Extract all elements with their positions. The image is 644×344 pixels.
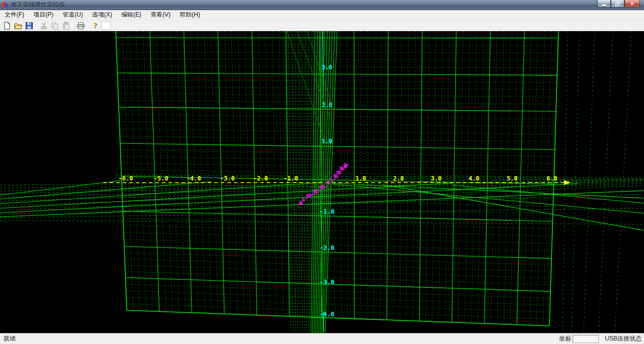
window-title: 地下管线惯性定位仪 [11,1,65,9]
help-button[interactable]: ? [90,21,101,31]
close-button[interactable]: ✕ [624,0,640,8]
save-icon [25,22,33,30]
statusbar-separator [601,335,601,343]
paste-icon [62,22,70,30]
svg-text:-6.0: -6.0 [119,175,133,182]
svg-text:1.0: 1.0 [355,175,366,182]
minimize-icon [602,5,606,6]
toolbar: ? [0,20,644,31]
status-ready-text: 就绪 [0,334,16,343]
print-icon [76,22,85,30]
toolbar-separator [36,22,37,30]
svg-text:3.0: 3.0 [321,64,333,71]
toolbar-blank-box [102,22,111,30]
new-file-icon [3,22,11,30]
toolbar-separator [73,22,73,30]
svg-text:1.0: 1.0 [321,138,333,145]
svg-text:2.0: 2.0 [321,102,333,109]
svg-text:-1.0: -1.0 [320,208,335,215]
svg-text:6.0: 6.0 [546,175,557,182]
menu-bar: 文件(F) 项目(P) 管道(U) 选项(X) 编辑(E) 查看(V) 帮助(H… [0,10,644,20]
svg-text:5.0: 5.0 [507,175,518,182]
svg-text:-3.0: -3.0 [220,175,235,182]
restore-icon [615,2,620,6]
minimize-button[interactable] [597,0,611,8]
print-button[interactable] [75,21,86,31]
status-coord-field [573,335,599,343]
statusbar-separator [555,335,555,343]
help-icon: ? [94,22,97,30]
app-icon [2,2,9,9]
open-file-button[interactable] [13,21,24,31]
svg-text:-1.0: -1.0 [284,175,298,182]
new-file-button[interactable] [2,21,13,31]
status-usb-label: USB连接状态 [603,334,643,343]
svg-text:4.0: 4.0 [468,175,479,182]
menu-item-view[interactable]: 查看(V) [146,10,175,20]
close-icon: ✕ [630,1,634,7]
status-bar: 就绪 坐标 USB连接状态 [0,333,644,344]
menu-item-project[interactable]: 项目(P) [29,10,58,20]
svg-text:2.0: 2.0 [393,175,404,182]
svg-text:-5.0: -5.0 [154,175,169,182]
restore-button[interactable] [611,0,624,8]
svg-text:-4.0: -4.0 [320,311,335,318]
svg-text:-4.0: -4.0 [187,175,201,182]
title-bar[interactable]: 地下管线惯性定位仪 ✕ [0,0,644,10]
cut-icon [40,22,48,30]
menu-item-options[interactable]: 选项(X) [88,10,117,20]
svg-text:-2.0: -2.0 [254,175,268,182]
paste-button[interactable] [60,21,71,31]
menu-item-pipeline[interactable]: 管道(U) [58,10,88,20]
3d-viewport[interactable]: -6.0-5.0-4.0-3.0-2.0-1.01.02.03.04.05.06… [0,31,644,333]
open-folder-icon [14,22,23,30]
save-button[interactable] [24,21,35,31]
svg-text:-2.0: -2.0 [320,244,335,251]
cut-button[interactable] [38,21,49,31]
menu-item-file[interactable]: 文件(F) [0,10,29,20]
copy-icon [51,22,59,30]
status-coord-label: 坐标 [557,334,573,343]
copy-button[interactable] [49,21,60,31]
menu-item-edit[interactable]: 编辑(E) [117,10,146,20]
svg-text:3.0: 3.0 [431,175,442,182]
toolbar-separator [88,22,88,30]
menu-item-help[interactable]: 帮助(H) [175,10,205,20]
3d-grid-canvas[interactable]: -6.0-5.0-4.0-3.0-2.0-1.01.02.03.04.05.06… [0,31,644,333]
svg-text:-3.0: -3.0 [320,279,335,286]
